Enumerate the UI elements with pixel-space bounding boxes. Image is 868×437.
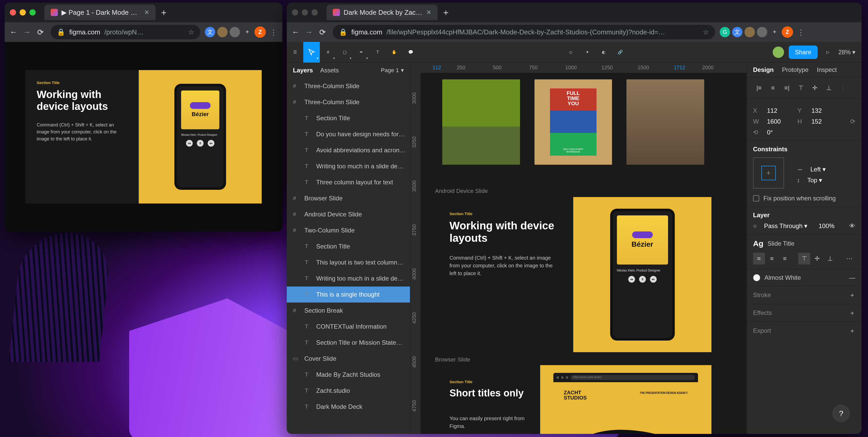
mask-icon[interactable]: ◐	[595, 42, 612, 63]
grammarly-extension-icon[interactable]: G	[720, 27, 730, 37]
align-bottom-icon[interactable]: ⊥	[823, 82, 835, 94]
add-stroke-icon[interactable]: ＋	[849, 291, 855, 299]
layer-item[interactable]: TThis layout is two text column…	[287, 255, 410, 270]
star-icon[interactable]: ☆	[703, 28, 709, 36]
translate-extension-icon[interactable]: 文	[732, 27, 742, 37]
layer-item[interactable]: #Two-Column Slide	[287, 223, 410, 238]
present-button[interactable]: ▷	[822, 46, 834, 58]
align-right-icon[interactable]: ≡|	[781, 82, 793, 94]
layer-item[interactable]: #Browser Slide	[287, 190, 410, 206]
layer-item[interactable]: TDo you have design needs for…	[287, 126, 410, 142]
comment-tool[interactable]: 💬	[402, 42, 419, 63]
maximize-window-icon[interactable]	[312, 9, 318, 16]
browser-tab[interactable]: Dark Mode Deck by Zacht Stud… ✕	[327, 5, 438, 20]
rotation-value[interactable]: 0°	[767, 129, 790, 136]
frame-tool[interactable]: #▾	[320, 42, 336, 63]
translate-extension-icon[interactable]: 文	[205, 27, 215, 37]
w-value[interactable]: 1600	[767, 118, 790, 125]
constraint-h[interactable]: Left ▾	[810, 166, 834, 173]
layer-item[interactable]: TZacht.studio	[287, 383, 410, 399]
extensions-menu-icon[interactable]: ✦	[769, 27, 780, 37]
page-selector[interactable]: Page 1 ▾	[381, 67, 404, 74]
back-button[interactable]: ←	[8, 26, 19, 38]
frame-label[interactable]: Browser Slide	[435, 356, 470, 363]
layer-list[interactable]: #Three-Column Slide#Three-Column SlideTS…	[287, 78, 410, 434]
star-icon[interactable]: ☆	[188, 28, 194, 36]
canvas[interactable]: FULL TIME YOU SELF-DISCOVERY WORKBOOK	[421, 73, 747, 434]
new-tab-button[interactable]: ＋	[440, 7, 452, 18]
shape-tool[interactable]: ▢▾	[336, 42, 353, 63]
main-menu-button[interactable]: ☰	[287, 42, 303, 63]
fix-scroll-checkbox[interactable]	[753, 195, 759, 201]
layer-item[interactable]: #Section Break	[287, 302, 410, 319]
edit-object-icon[interactable]: ◇	[562, 42, 579, 63]
text-align-right-icon[interactable]: ≡	[779, 253, 791, 265]
extensions-menu-icon[interactable]: ✦	[242, 27, 252, 37]
text-align-center-icon[interactable]: ≡	[766, 253, 778, 265]
more-text-options-icon[interactable]: ⋯	[843, 253, 855, 265]
layer-item[interactable]: ▭Cover Slide	[287, 351, 410, 367]
extension-icon[interactable]	[745, 27, 755, 37]
add-export-icon[interactable]: ＋	[849, 327, 855, 335]
close-window-icon[interactable]	[10, 9, 16, 16]
align-left-icon[interactable]: |≡	[753, 82, 765, 94]
address-field[interactable]: 🔒 figma.com/proto/wpN… ☆	[51, 25, 200, 39]
forward-button[interactable]: →	[21, 26, 33, 38]
android-device-frame[interactable]: Section Title Working with device layout…	[435, 197, 711, 352]
link-icon[interactable]: 🔗	[612, 42, 628, 63]
h-value[interactable]: 152	[811, 118, 835, 125]
layer-item[interactable]: TDark Mode Deck	[287, 399, 410, 415]
layer-item[interactable]: TAvoid abbreviations and acron…	[287, 142, 410, 158]
help-button[interactable]: ?	[833, 405, 850, 422]
layer-item[interactable]: TCONTEXTual Information	[287, 319, 410, 334]
layer-item[interactable]: TWriting too much in a slide de…	[287, 158, 410, 174]
align-hcenter-icon[interactable]: ≡	[767, 82, 779, 94]
tab-layers[interactable]: Layers	[293, 67, 313, 74]
add-effect-icon[interactable]: ＋	[849, 309, 855, 317]
prototype-viewport[interactable]: Section Title Working with device layout…	[5, 42, 282, 231]
hand-tool[interactable]: ✋	[386, 42, 402, 63]
reload-button[interactable]: ⟳	[317, 26, 328, 38]
layer-item[interactable]: TMade By Zacht Studios	[287, 367, 410, 383]
constraint-v[interactable]: Top ▾	[807, 177, 831, 184]
text-valign-top-icon[interactable]: ⊤	[798, 253, 810, 265]
text-valign-bottom-icon[interactable]: ⊥	[824, 253, 836, 265]
move-tool[interactable]: ▾	[303, 42, 320, 63]
fill-swatch-icon[interactable]	[753, 274, 760, 281]
layer-item[interactable]: #Three-Column Slide	[287, 94, 410, 110]
text-style-name[interactable]: Slide Title	[768, 240, 795, 247]
browser-frame[interactable]: Section Title Short titles only You can …	[435, 365, 711, 434]
extension-icon[interactable]	[757, 27, 767, 37]
share-button[interactable]: Share	[789, 46, 817, 59]
browser-tab[interactable]: ▶ Page 1 - Dark Mode Deck by… ✕	[44, 5, 156, 20]
distribute-icon[interactable]: ⋮	[837, 82, 848, 94]
minimize-window-icon[interactable]	[302, 9, 308, 16]
extension-icon[interactable]	[217, 27, 227, 37]
text-tool[interactable]: T	[369, 42, 386, 63]
layer-item[interactable]: TSection Title	[287, 238, 410, 255]
layer-item[interactable]: #Three-Column Slide	[287, 78, 410, 94]
x-value[interactable]: 112	[767, 107, 790, 114]
chrome-menu-icon[interactable]: ⋮	[795, 26, 807, 38]
visibility-icon[interactable]: 👁	[849, 223, 855, 230]
close-tab-icon[interactable]: ✕	[144, 9, 149, 16]
canvas-area[interactable]: 11225050075010001250150017122000 3000325…	[410, 63, 747, 434]
chrome-menu-icon[interactable]: ⋮	[268, 26, 279, 38]
layer-item[interactable]: TThis is a single thought	[287, 287, 410, 302]
forward-button[interactable]: →	[303, 26, 315, 38]
layer-item[interactable]: TSection Title	[287, 110, 410, 126]
frame-label[interactable]: Android Device Slide	[435, 188, 488, 195]
component-icon[interactable]: ✦	[579, 42, 595, 63]
address-field[interactable]: 🔒 figma.com/file/wpNPespplxt44cpHfMJBAC/…	[333, 25, 715, 39]
back-button[interactable]: ←	[290, 26, 301, 38]
tab-inspect[interactable]: Inspect	[817, 66, 837, 74]
tab-prototype[interactable]: Prototype	[782, 66, 809, 74]
new-tab-button[interactable]: ＋	[158, 7, 169, 18]
remove-fill-icon[interactable]: —	[849, 274, 855, 281]
three-column-frame[interactable]: FULL TIME YOU SELF-DISCOVERY WORKBOOK	[435, 73, 711, 171]
blend-mode[interactable]: Pass Through ▾	[764, 223, 808, 230]
constraints-widget[interactable]	[753, 157, 784, 188]
layer-item[interactable]: TWriting too much in a slide de…	[287, 270, 410, 287]
profile-avatar[interactable]: Z	[254, 26, 266, 38]
align-vcenter-icon[interactable]: ✛	[809, 82, 821, 94]
